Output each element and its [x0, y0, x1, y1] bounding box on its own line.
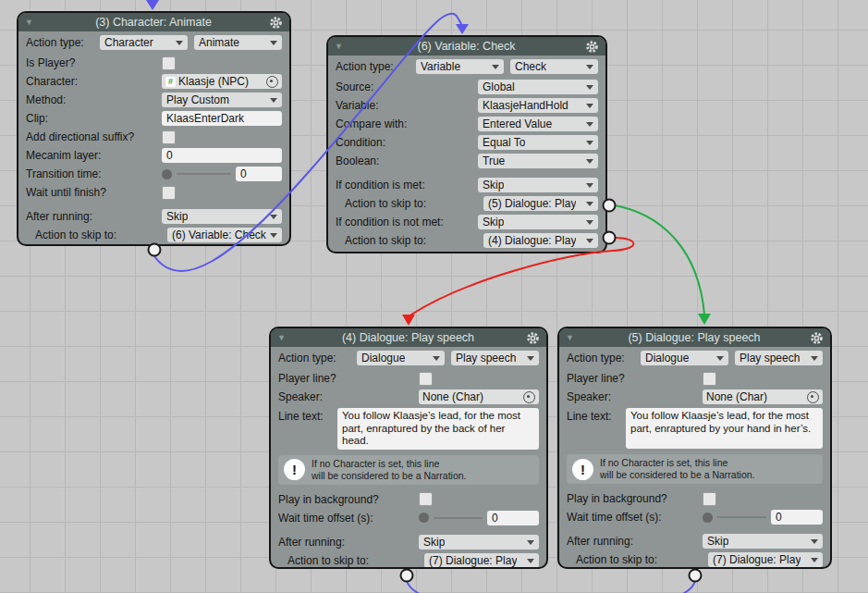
after-running-dropdown[interactable]: Skip — [703, 534, 823, 549]
dropdown-value: Dialogue — [645, 352, 689, 364]
collapse-arrow-icon[interactable]: ▼ — [25, 18, 38, 27]
action-category-dropdown[interactable]: Dialogue — [357, 351, 445, 365]
chevron-down-icon — [586, 141, 593, 145]
field-row: Action type: Dialogue Play speech — [278, 351, 539, 365]
field-row: Play in background? — [278, 492, 539, 507]
skip-to-not-met-dropdown[interactable]: (4) Dialogue: Play — [483, 233, 598, 248]
slider-track[interactable] — [177, 173, 231, 175]
skip-to-met-dropdown[interactable]: (5) Dialogue: Play — [483, 196, 598, 211]
node-header[interactable]: ▼ (5) Dialogue: Play speech — [559, 328, 830, 347]
action-category-dropdown[interactable]: Variable — [416, 59, 504, 74]
chevron-down-icon — [586, 104, 593, 108]
slider-track[interactable] — [434, 517, 483, 519]
field-row: Action to skip to: (7) Dialogue: Play — [278, 553, 539, 568]
method-dropdown[interactable]: Play Custom — [162, 93, 282, 107]
source-dropdown[interactable]: Global — [478, 80, 598, 94]
dropdown-value: (4) Dialogue: Play — [488, 234, 576, 247]
speaker-object-field[interactable]: None (Char) — [419, 389, 539, 404]
dropdown-value: Skip — [707, 535, 728, 548]
player-line-checkbox[interactable] — [419, 372, 433, 386]
skip-to-dropdown[interactable]: (6) Variable: Check — [167, 228, 282, 242]
action-node-6-variable-check[interactable]: ▼ (6) Variable: Check Action type: Varia… — [326, 35, 607, 253]
help-text: If no Character is set, this line will b… — [312, 458, 467, 482]
action-node-3-character-animate[interactable]: ▼ (3) Character: Animate Action type: Ch… — [17, 11, 291, 246]
collapse-arrow-icon[interactable]: ▼ — [335, 42, 348, 51]
field-label: Action to skip to: — [336, 234, 483, 247]
action-node-4-dialogue-play-speech[interactable]: ▼ (4) Dialogue: Play speech Action type:… — [269, 327, 548, 569]
dropdown-value: Variable — [421, 60, 460, 73]
action-category-dropdown[interactable]: Character — [100, 35, 188, 50]
dropdown-value: Play Custom — [166, 93, 229, 106]
is-player-checkbox[interactable] — [162, 56, 176, 70]
gear-icon[interactable] — [810, 331, 824, 345]
after-running-dropdown[interactable]: Skip — [162, 209, 282, 224]
add-suffix-checkbox[interactable] — [162, 130, 176, 144]
action-category-dropdown[interactable]: Dialogue — [641, 351, 728, 365]
collapse-arrow-icon[interactable]: ▼ — [277, 333, 290, 342]
field-row: Action to skip to: (6) Variable: Check — [26, 228, 282, 242]
boolean-dropdown[interactable]: True — [478, 154, 598, 168]
slider-handle[interactable] — [419, 513, 429, 523]
field-label: Source: — [336, 80, 478, 93]
field-label: Action type: — [567, 352, 641, 364]
field-label: Action type: — [26, 36, 100, 49]
field-row: Condition: Equal To — [336, 135, 598, 150]
character-object-field[interactable]: # Klaasje (NPC) — [162, 74, 282, 89]
dropdown-value: Check — [515, 60, 546, 73]
player-line-checkbox[interactable] — [703, 372, 716, 386]
node-header[interactable]: ▼ (6) Variable: Check — [328, 37, 605, 56]
field-label: Play in background? — [567, 492, 703, 505]
slider-handle[interactable] — [162, 169, 172, 179]
compare-with-dropdown[interactable]: Entered Value — [478, 117, 598, 131]
field-label: Boolean: — [336, 154, 478, 167]
object-picker-icon[interactable] — [266, 76, 278, 88]
if-met-dropdown[interactable]: Skip — [478, 178, 598, 192]
output-socket-node4[interactable] — [401, 570, 413, 582]
chevron-down-icon — [811, 356, 818, 361]
field-label: If condition is met: — [336, 179, 478, 191]
wait-time-field[interactable]: 0 — [771, 510, 823, 525]
mecanim-layer-field[interactable]: 0 — [162, 148, 282, 163]
gear-icon[interactable] — [585, 40, 599, 54]
collapse-arrow-icon[interactable]: ▼ — [566, 333, 579, 342]
skip-to-dropdown[interactable]: (7) Dialogue: Play — [424, 553, 539, 568]
object-picker-icon[interactable] — [523, 391, 535, 403]
wait-time-field[interactable]: 0 — [487, 511, 539, 525]
dropdown-value: Animate — [199, 36, 239, 49]
if-not-met-dropdown[interactable]: Skip — [478, 215, 598, 229]
node-header[interactable]: ▼ (4) Dialogue: Play speech — [271, 328, 546, 347]
line-text-area[interactable]: You follow Klaasje’s lead, for the most … — [626, 408, 823, 449]
object-picker-icon[interactable] — [807, 391, 819, 403]
help-text: If no Character is set, this line will b… — [600, 457, 755, 481]
field-row: Wait time offset (s): 0 — [567, 510, 823, 525]
action-type-dropdown[interactable]: Play speech — [735, 351, 823, 365]
play-in-background-checkbox[interactable] — [703, 492, 716, 506]
field-row: Player line? — [278, 371, 539, 386]
output-socket-node5[interactable] — [690, 570, 702, 582]
action-type-dropdown[interactable]: Animate — [194, 35, 282, 50]
field-label: Line text: — [567, 408, 626, 423]
field-row: Variable: KlaasjeHandHold — [336, 98, 598, 113]
chevron-down-icon — [811, 539, 818, 544]
chevron-down-icon — [586, 220, 593, 225]
transition-time-field[interactable]: 0 — [236, 167, 282, 181]
after-running-dropdown[interactable]: Skip — [419, 535, 539, 550]
node-header[interactable]: ▼ (3) Character: Animate — [18, 13, 289, 31]
action-type-dropdown[interactable]: Play speech — [451, 351, 539, 365]
gear-icon[interactable] — [269, 16, 283, 30]
gear-icon[interactable] — [526, 331, 540, 345]
action-node-5-dialogue-play-speech[interactable]: ▼ (5) Dialogue: Play speech Action type:… — [557, 327, 832, 569]
skip-to-dropdown[interactable]: (7) Dialogue: Play — [708, 552, 823, 567]
slider-track[interactable] — [717, 516, 766, 518]
object-field-value: Klaasje (NPC) — [178, 75, 263, 88]
play-in-background-checkbox[interactable] — [419, 492, 433, 506]
line-text-area[interactable]: You follow Klaasje’s lead, for the most … — [337, 408, 539, 450]
variable-dropdown[interactable]: KlaasjeHandHold — [478, 98, 598, 113]
chevron-down-icon — [270, 41, 277, 45]
clip-text-field[interactable]: KlaasEnterDark — [162, 111, 282, 126]
wait-finish-checkbox[interactable] — [162, 186, 176, 200]
slider-handle[interactable] — [703, 513, 713, 523]
action-type-dropdown[interactable]: Check — [510, 59, 598, 74]
condition-dropdown[interactable]: Equal To — [478, 135, 598, 150]
speaker-object-field[interactable]: None (Char) — [703, 389, 823, 404]
